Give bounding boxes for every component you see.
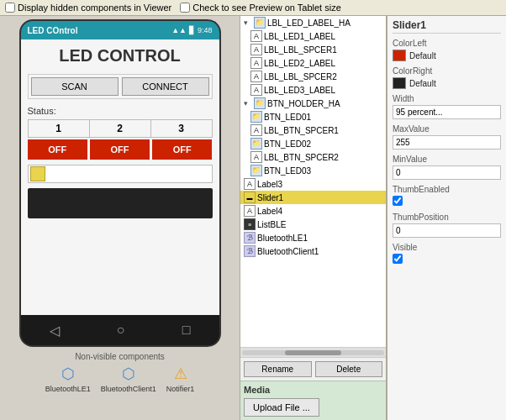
tree-label: BTN_LED03	[264, 166, 311, 176]
props-title: Slider1	[393, 19, 501, 34]
slider-icon: ▬	[244, 192, 256, 203]
nv-bluetooth-le1: ⬡ BluetoothLE1	[45, 365, 91, 393]
bluetooth-client1-icon: ⬡	[122, 365, 135, 383]
color-right-swatch[interactable]: Default	[393, 77, 501, 89]
hidden-components-checkbox[interactable]	[5, 3, 15, 13]
connect-button[interactable]: CONNECT	[122, 77, 209, 96]
media-label: Media	[244, 385, 382, 395]
nv-bluetooth-client1: ⬡ BluetoothClient1	[101, 365, 156, 393]
visible-checkbox[interactable]	[393, 254, 403, 264]
tree-label: BTN_LED02	[264, 139, 311, 149]
prop-max-value: MaxValue	[393, 124, 501, 150]
led-title: LED CONTROL	[28, 46, 213, 66]
rename-button[interactable]: Rename	[244, 361, 312, 377]
tree-item-label4[interactable]: A Label4	[240, 204, 386, 218]
led-off-btn-3[interactable]: OFF	[152, 139, 212, 160]
menu-nav-icon[interactable]: □	[182, 323, 191, 338]
tree-item-lbl-btn-spcer2[interactable]: A LBL_BTN_SPCER2	[240, 150, 386, 164]
hidden-components-checkbox-label[interactable]: Display hidden components in Viewer	[5, 3, 171, 13]
notifier1-label: Notifier1	[166, 385, 195, 393]
color-left-box	[393, 50, 406, 61]
wifi-icon: ▲▲	[171, 26, 187, 34]
prop-thumb-position: ThumbPosition	[393, 213, 501, 238]
color-left-value: Default	[409, 51, 436, 60]
tree-panel-wrapper: ▾ 📁 LBL_LED_LABEL_HA A LBL_LED1_LABEL A …	[240, 16, 387, 420]
tablet-preview-checkbox-label[interactable]: Check to see Preview on Tablet size	[180, 3, 341, 13]
back-nav-icon[interactable]: ◁	[50, 323, 60, 339]
tree-item-slider1[interactable]: ▬ Slider1	[240, 191, 386, 204]
tree-item-bluetoothclient1[interactable]: ℬ BluetoothClient1	[240, 244, 386, 258]
top-bar: Display hidden components in Viewer Chec…	[0, 0, 506, 16]
tree-label: ListBLE	[257, 220, 286, 229]
led-off-btn-2[interactable]: OFF	[90, 139, 150, 160]
led-num-2: 2	[90, 120, 151, 137]
prop-name-color-left: ColorLeft	[393, 39, 501, 48]
prop-min-value: MinValue	[393, 155, 501, 180]
scan-button[interactable]: SCAN	[31, 77, 119, 96]
max-value-input[interactable]	[393, 135, 501, 150]
tree-item-lbl-spcer1[interactable]: A LBL_LBL_SPCER1	[240, 43, 386, 56]
tree-label: Label4	[257, 207, 282, 216]
tree-item-btn-led01[interactable]: 📁 BTN_LED01	[240, 110, 386, 123]
a-icon: A	[250, 57, 262, 69]
non-visible-section: Non-visible components ⬡ BluetoothLE1 ⬡ …	[19, 352, 221, 393]
list-ble-bar[interactable]	[28, 188, 213, 218]
delete-button[interactable]: Delete	[315, 361, 383, 377]
led-numbers-row: 1 2 3	[28, 119, 213, 138]
prop-name-color-right: ColorRight	[393, 66, 501, 76]
tree-label: LBL_LED1_LABEL	[264, 32, 335, 41]
phone-status-icons: ▲▲ ▊ 9:48	[171, 26, 212, 34]
tree-item-lbl-led1[interactable]: A LBL_LED1_LABEL	[240, 29, 386, 43]
phone-panel: LED COntrol ▲▲ ▊ 9:48 LED CONTROL SCAN C…	[0, 16, 240, 420]
tree-item-label3[interactable]: A Label3	[240, 177, 386, 191]
tree-item-lbl-led3[interactable]: A LBL_LED3_LABEL	[240, 83, 386, 97]
hidden-components-label: Display hidden components in Viewer	[18, 3, 171, 13]
tree-item-btn-holder[interactable]: ▾ 📁 BTN_HOLDER_HA	[240, 97, 386, 110]
a-icon: A	[250, 124, 262, 136]
upload-file-button[interactable]: Upload File ...	[244, 398, 319, 417]
tablet-preview-checkbox[interactable]	[180, 3, 190, 13]
non-visible-label: Non-visible components	[19, 352, 221, 361]
notifier1-icon: ⚠	[174, 365, 187, 383]
thumb-enabled-checkbox[interactable]	[393, 196, 403, 206]
phone-content: LED CONTROL SCAN CONNECT Status: 1 2 3 O…	[21, 39, 219, 315]
tree-label: Slider1	[257, 193, 283, 202]
home-nav-icon[interactable]: ○	[117, 323, 125, 338]
tree-label: Label3	[257, 180, 282, 189]
min-value-input[interactable]	[393, 165, 501, 180]
tree-label: LBL_LED_LABEL_HA	[267, 18, 351, 28]
tree-item-listble[interactable]: ≡ ListBLE	[240, 218, 386, 231]
tree-buttons: Rename Delete	[240, 357, 386, 381]
a-icon: A	[244, 205, 256, 217]
tree-item-lbl-led2[interactable]: A LBL_LED2_LABEL	[240, 56, 386, 70]
tree-label: BTN_HOLDER_HA	[267, 99, 340, 108]
color-left-swatch[interactable]: Default	[393, 50, 501, 61]
a-icon: A	[244, 178, 256, 190]
tree-label: LBL_BTN_SPCER1	[264, 126, 339, 135]
folder-icon: 📁	[250, 111, 262, 123]
scrollbar-thumb	[285, 350, 342, 355]
tree-item-btn-led02[interactable]: 📁 BTN_LED02	[240, 137, 386, 150]
tree-item-btn-led03[interactable]: 📁 BTN_LED03	[240, 164, 386, 177]
thumb-position-input[interactable]	[393, 223, 501, 238]
tree-item-lbl-led-label-ha[interactable]: ▾ 📁 LBL_LED_LABEL_HA	[240, 16, 386, 29]
prop-name-min-value: MinValue	[393, 155, 501, 164]
a-icon: A	[250, 84, 262, 96]
tree-scrollbar[interactable]	[240, 347, 386, 357]
tree-item-lbl-btn-spcer1[interactable]: A LBL_BTN_SPCER1	[240, 123, 386, 137]
folder-icon: 📁	[254, 97, 266, 109]
tree-item-lbl-spcer2[interactable]: A LBL_LBL_SPCER2	[240, 70, 386, 83]
led-num-1: 1	[29, 120, 90, 137]
collapse-icon: ▾	[244, 18, 252, 27]
tree-scroll[interactable]: ▾ 📁 LBL_LED_LABEL_HA A LBL_LED1_LABEL A …	[240, 16, 386, 347]
width-input[interactable]	[393, 105, 501, 119]
tree-label: LBL_BTN_SPCER2	[264, 153, 339, 162]
prop-color-left: ColorLeft Default	[393, 39, 501, 61]
tree-item-bluetoothle1[interactable]: ℬ BluetoothLE1	[240, 231, 386, 244]
slider-container[interactable]	[28, 165, 213, 183]
phone-status-bar: LED COntrol ▲▲ ▊ 9:48	[21, 21, 219, 39]
scrollbar-track	[242, 350, 384, 355]
prop-name-thumb-enabled: ThumbEnabled	[393, 185, 501, 194]
led-off-btn-1[interactable]: OFF	[28, 139, 87, 160]
bt-icon: ℬ	[244, 245, 256, 257]
